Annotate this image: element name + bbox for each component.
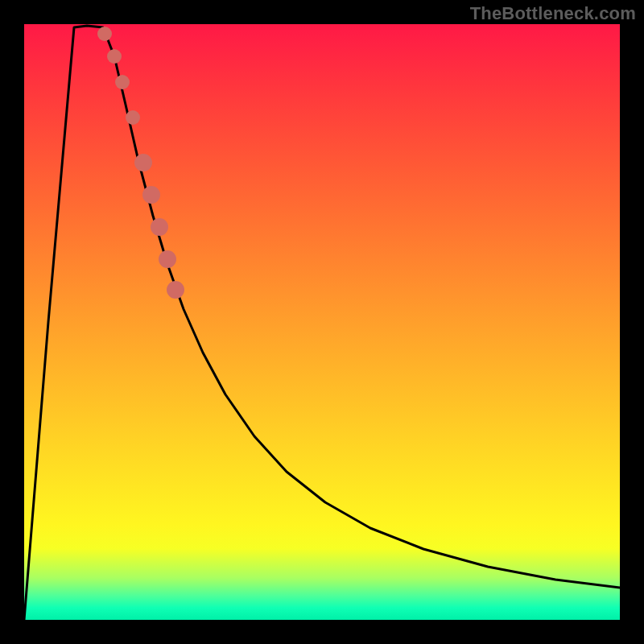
data-point (159, 250, 176, 268)
bottleneck-curve (24, 24, 620, 620)
data-point (167, 281, 184, 299)
data-point (126, 110, 140, 125)
data-markers (24, 24, 620, 620)
data-point (97, 27, 112, 41)
watermark-text: TheBottleneck.com (470, 3, 636, 24)
data-point (142, 186, 160, 204)
chart-frame: TheBottleneck.com (0, 0, 644, 644)
plot-area (24, 24, 620, 620)
data-point (107, 49, 122, 64)
data-point (115, 75, 130, 89)
data-point (151, 218, 168, 236)
data-point (134, 154, 152, 171)
